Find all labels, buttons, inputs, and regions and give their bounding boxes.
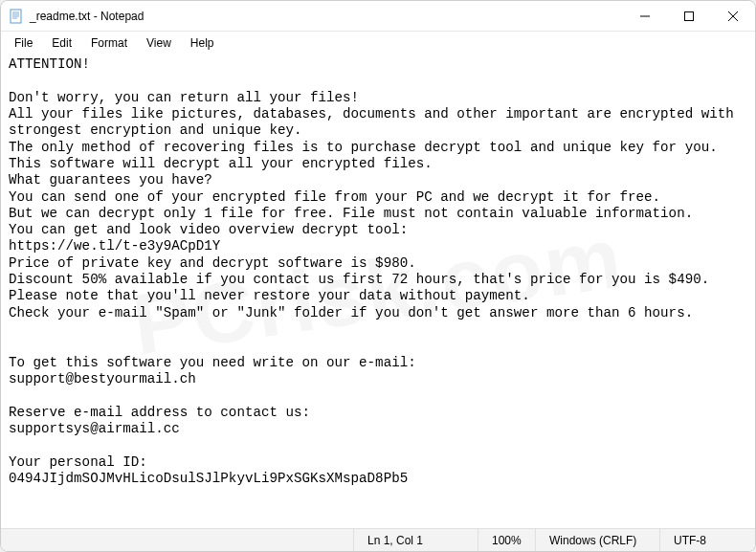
- svg-rect-6: [685, 12, 694, 21]
- menu-file[interactable]: File: [5, 34, 42, 52]
- status-position: Ln 1, Col 1: [353, 529, 478, 551]
- notepad-icon: [9, 9, 24, 24]
- status-lineending: Windows (CRLF): [535, 529, 659, 551]
- menu-edit[interactable]: Edit: [42, 34, 81, 52]
- minimize-button[interactable]: [623, 1, 667, 32]
- statusbar: Ln 1, Col 1 100% Windows (CRLF) UTF-8: [1, 528, 755, 551]
- window-controls: [623, 1, 755, 31]
- menu-view[interactable]: View: [137, 34, 181, 52]
- titlebar: _readme.txt - Notepad: [1, 1, 755, 32]
- maximize-button[interactable]: [667, 1, 711, 32]
- text-content: ATTENTION! Don't worry, you can return a…: [9, 56, 742, 486]
- menubar: File Edit Format View Help: [1, 32, 755, 55]
- menu-format[interactable]: Format: [81, 34, 137, 52]
- window-title: _readme.txt - Notepad: [30, 10, 623, 23]
- notepad-window: _readme.txt - Notepad File Edit Format V…: [0, 0, 756, 552]
- status-encoding: UTF-8: [659, 529, 755, 551]
- status-zoom: 100%: [478, 529, 535, 551]
- text-area[interactable]: ATTENTION! Don't worry, you can return a…: [1, 55, 755, 528]
- menu-help[interactable]: Help: [181, 34, 224, 52]
- close-button[interactable]: [711, 1, 755, 32]
